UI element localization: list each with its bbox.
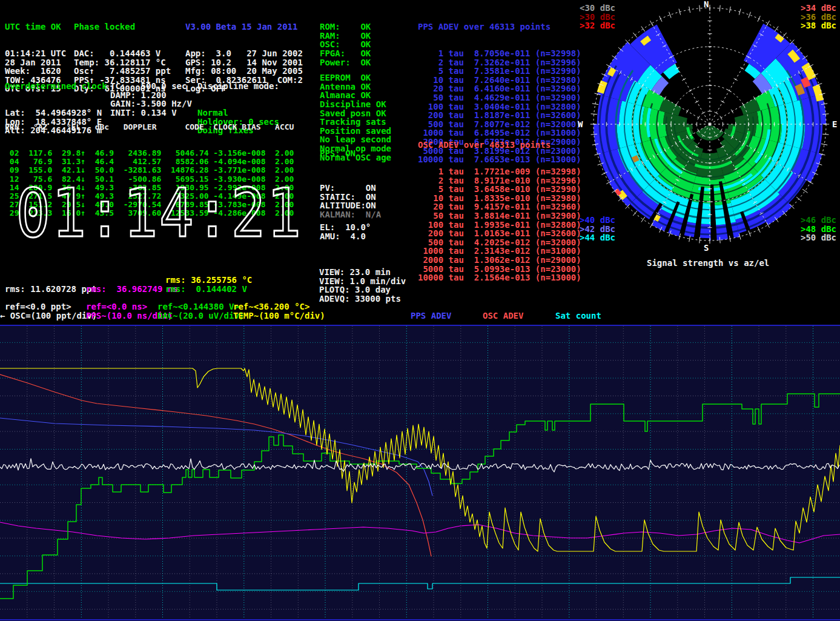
list-item: ROM: OK [320, 22, 371, 32]
history-strip-chart [0, 325, 840, 621]
list-item: EEPROM OK [320, 73, 391, 82]
ref-dac: ref~<0.144380 V> [157, 302, 239, 311]
list-item: AMU: 4.0 [320, 232, 371, 241]
list-item: App: 3.0 27 Jun 2002 [185, 49, 303, 58]
list-item: 200 tau 1.0163e-011 (n=32600) [418, 229, 581, 238]
rms-temp: rms: 36.255756 °C [165, 276, 252, 285]
list-item: 500 tau 4.2025e-012 (n=32000) [418, 238, 581, 247]
list-item: 5 tau 3.6458e-010 (n=32990) [418, 185, 581, 194]
compass-s: S [704, 244, 709, 252]
ref-osc: ref=<0.0 ppt> [5, 302, 71, 311]
list-item: 02 117.6 29.8↑ 46.9 2436.89 5046.74 -3.1… [5, 149, 294, 158]
health-block: EEPROM OKAntenna OKAlmanac OKDiscipline … [320, 56, 391, 179]
utc-status-title: UTC time OK [5, 22, 66, 32]
list-item: 1 tau 1.7721e-009 (n=32998) [418, 167, 581, 176]
list-item: PV: ON [320, 184, 381, 193]
ref-pps: ref=<0.0 ns> [86, 302, 147, 311]
list-item: TC: 500.0 sec [110, 82, 192, 91]
list-item: 20 tau 6.4160e-011 (n=32960) [418, 84, 581, 93]
list-item: Antenna OK [320, 82, 391, 91]
osc-adev-rows: 1 tau 1.7721e-009 (n=32998) 2 tau 8.9171… [418, 167, 581, 282]
list-item: 100 tau 1.9935e-011 (n=32800) [418, 221, 581, 230]
osc-adev-table: OSC ADEV over 46313 points 1 tau 1.7721e… [418, 123, 581, 300]
list-item: Position saved [320, 127, 391, 136]
list-item: 04 76.9 31.3↑ 46.4 412.57 8582.06 -4.094… [5, 158, 294, 166]
scale-temp: TEMP~(100 m°C/div) [233, 311, 325, 320]
view-block: VIEW: 23.0 minVIEW: 1.0 min/divPLOTQ: 3.… [319, 250, 406, 321]
list-item: OSC: OK [320, 40, 371, 49]
view-lines: VIEW: 23.0 minVIEW: 1.0 min/divPLOTQ: 3.… [319, 268, 406, 303]
legend-osc-adev: OSC ADEV [483, 311, 523, 320]
list-item: DAC: 0.144463 V [74, 49, 171, 58]
big-digital-clock: 01:14:21 [16, 180, 303, 247]
scale-osc: ← OSC=(100 ppt/div) [0, 311, 97, 320]
list-item: RAM: OK [320, 32, 371, 41]
mask-lines: EL: 10.0°AMU: 4.0 [320, 223, 371, 241]
list-item: 20 tau 9.4157e-011 (n=32960) [418, 202, 581, 211]
list-item: 5 tau 7.3581e-011 (n=32990) [418, 67, 581, 76]
list-item: 1 tau 8.7050e-011 (n=32998) [418, 49, 581, 58]
list-item: 10 tau 7.2640e-011 (n=32980) [418, 76, 581, 85]
rms-osc: rms: 11.620728 ppt [5, 285, 97, 294]
version-title: V3.00 Beta 15 Jan 2011 [185, 22, 303, 32]
list-item: 5000 tau 5.0993e-013 (n=23000) [418, 265, 581, 274]
list-item: 2000 tau 1.3062e-012 (n=29000) [418, 256, 581, 265]
list-item: 10 tau 1.8335e-010 (n=32980) [418, 194, 581, 203]
list-item: 10000 tau 2.1564e-013 (n=13000) [418, 273, 581, 282]
compass-n: N [704, 0, 709, 8]
list-item: 01:14:21 UTC [5, 49, 66, 58]
lady-heather-app: UTC time OK 01:14:21 UTC28 Jan 2011Week:… [0, 0, 840, 621]
list-item: VIEW: 1.0 min/div [319, 277, 406, 286]
list-item: 2 tau 7.3262e-011 (n=32996) [418, 58, 581, 67]
legend-pps-adev: PPS ADEV [411, 311, 451, 320]
list-item: PLOTQ: 3.0 day [319, 285, 406, 294]
list-item: Discipline OK [320, 100, 391, 109]
list-item: 50 tau 4.4629e-011 (n=32900) [418, 93, 581, 102]
list-item: 2 tau 8.9171e-010 (n=32996) [418, 176, 581, 185]
scale-dac: DAC~(20.0 uV/div) [157, 311, 244, 320]
pps-adev-title: PPS ADEV over 46313 points [418, 22, 581, 32]
list-item: 200 tau 1.8187e-011 (n=32600) [418, 111, 581, 120]
list-item: Almanac OK [320, 91, 391, 100]
list-item: EL: 10.0° [320, 223, 371, 232]
list-item: 100 tau 3.0404e-011 (n=32800) [418, 102, 581, 111]
polar-plot-title: Signal strength vs az/el [647, 259, 769, 268]
pps-state: PPS: ON [320, 149, 356, 158]
list-item: 50 tau 3.8814e-011 (n=32900) [418, 211, 581, 221]
list-item: Tracking sats [320, 118, 391, 127]
rms-pps: rms: 36.962749 ns [86, 285, 178, 294]
list-item: No leap second [320, 135, 391, 144]
list-item: ADEVQ: 33000 pts [319, 294, 406, 304]
list-item: STATIC: ON [320, 193, 381, 202]
legend-sat-count: Sat count [555, 311, 601, 320]
discipline-title: Discipline mode: [197, 82, 279, 91]
list-item: DAMP: 1.200 [110, 91, 192, 100]
compass-w: W [578, 120, 583, 128]
polar-plot-canvas [575, 0, 840, 270]
strip-chart-canvas [0, 325, 840, 621]
osc-adev-title: OSC ADEV over 46313 points [418, 141, 581, 150]
list-item: VIEW: 23.0 min [319, 268, 406, 277]
sat-table-header: PRN °AZ °EL dBc DOPPLER CODE CLOCK BIAS … [5, 123, 294, 131]
phase-title: Phase locked [74, 22, 171, 32]
ref-temp: ref~<36.200 °C> [233, 302, 309, 311]
rms-dac: rms: 0.144402 V [165, 285, 247, 294]
compass-e: E [832, 120, 837, 128]
list-item: 1000 tau 2.3143e-012 (n=31000) [418, 247, 581, 256]
position-title: Overdetermined clock [5, 82, 107, 91]
list-item: 09 155.0 42.1↓ 50.0 -3281.63 14876.28 -3… [5, 166, 294, 174]
list-item: Saved posn OK [320, 109, 391, 118]
signal-strength-polar-map: N E S W [575, 0, 840, 270]
